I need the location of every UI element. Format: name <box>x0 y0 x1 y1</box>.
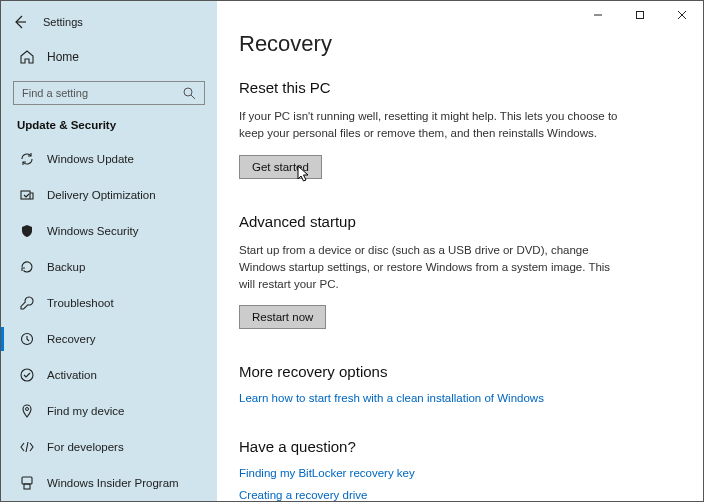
sidebar-item-windows-update[interactable]: Windows Update <box>1 141 217 177</box>
svg-rect-12 <box>22 477 32 484</box>
back-button[interactable] <box>11 13 29 31</box>
sidebar-item-find-my-device[interactable]: Find my device <box>1 393 217 429</box>
sidebar-item-activation[interactable]: Activation <box>1 357 217 393</box>
shield-icon <box>19 223 35 239</box>
help-link-bitlocker[interactable]: Finding my BitLocker recovery key <box>239 467 667 479</box>
content-area: Recovery Reset this PC If your PC isn't … <box>217 1 703 501</box>
more-recovery-section: More recovery options Learn how to start… <box>239 363 667 404</box>
sidebar-item-label: Troubleshoot <box>47 297 114 309</box>
sidebar-item-label: Backup <box>47 261 85 273</box>
sidebar-item-recovery[interactable]: Recovery <box>1 321 217 357</box>
home-icon <box>19 49 35 65</box>
reset-heading: Reset this PC <box>239 79 667 96</box>
fresh-start-link[interactable]: Learn how to start fresh with a clean in… <box>239 392 667 404</box>
close-button[interactable] <box>661 1 703 29</box>
find-device-icon <box>19 403 35 419</box>
maximize-button[interactable] <box>619 1 661 29</box>
sidebar-item-label: Find my device <box>47 405 124 417</box>
advanced-body: Start up from a device or disc (such as … <box>239 242 629 294</box>
help-section: Have a question? Finding my BitLocker re… <box>239 438 667 501</box>
help-heading: Have a question? <box>239 438 667 455</box>
reset-pc-section: Reset this PC If your PC isn't running w… <box>239 79 667 179</box>
home-nav[interactable]: Home <box>1 39 217 75</box>
sidebar-item-delivery-optimization[interactable]: Delivery Optimization <box>1 177 217 213</box>
backup-icon <box>19 259 35 275</box>
search-icon <box>182 86 196 100</box>
svg-line-6 <box>191 95 195 99</box>
sidebar: Settings Home Update & Security Windows … <box>1 1 217 501</box>
svg-rect-1 <box>637 12 644 19</box>
sidebar-item-windows-security[interactable]: Windows Security <box>1 213 217 249</box>
sidebar-item-windows-insider[interactable]: Windows Insider Program <box>1 465 217 501</box>
get-started-button[interactable]: Get started <box>239 155 322 179</box>
svg-point-10 <box>26 408 29 411</box>
delivery-icon <box>19 187 35 203</box>
sync-icon <box>19 151 35 167</box>
advanced-heading: Advanced startup <box>239 213 667 230</box>
restart-now-button[interactable]: Restart now <box>239 305 326 329</box>
sidebar-item-label: Windows Security <box>47 225 138 237</box>
page-title: Recovery <box>239 31 667 57</box>
minimize-button[interactable] <box>577 1 619 29</box>
troubleshoot-icon <box>19 295 35 311</box>
sidebar-section-title: Update & Security <box>1 119 217 141</box>
activation-icon <box>19 367 35 383</box>
recovery-icon <box>19 331 35 347</box>
sidebar-item-label: Activation <box>47 369 97 381</box>
sidebar-item-label: Recovery <box>47 333 96 345</box>
svg-point-9 <box>21 369 33 381</box>
sidebar-item-label: Delivery Optimization <box>47 189 156 201</box>
sidebar-item-backup[interactable]: Backup <box>1 249 217 285</box>
search-box[interactable] <box>13 81 205 105</box>
sidebar-item-label: Windows Update <box>47 153 134 165</box>
developers-icon <box>19 439 35 455</box>
sidebar-item-label: For developers <box>47 441 124 453</box>
help-link-recovery-drive[interactable]: Creating a recovery drive <box>239 489 667 501</box>
svg-rect-13 <box>24 484 30 489</box>
svg-line-11 <box>26 442 28 452</box>
insider-icon <box>19 475 35 491</box>
app-title: Settings <box>43 16 83 28</box>
advanced-startup-section: Advanced startup Start up from a device … <box>239 213 667 330</box>
search-input[interactable] <box>22 87 182 99</box>
svg-point-5 <box>184 88 192 96</box>
sidebar-item-troubleshoot[interactable]: Troubleshoot <box>1 285 217 321</box>
sidebar-item-label: Windows Insider Program <box>47 477 179 489</box>
reset-body: If your PC isn't running well, resetting… <box>239 108 629 143</box>
sidebar-item-for-developers[interactable]: For developers <box>1 429 217 465</box>
home-label: Home <box>47 50 79 64</box>
more-heading: More recovery options <box>239 363 667 380</box>
